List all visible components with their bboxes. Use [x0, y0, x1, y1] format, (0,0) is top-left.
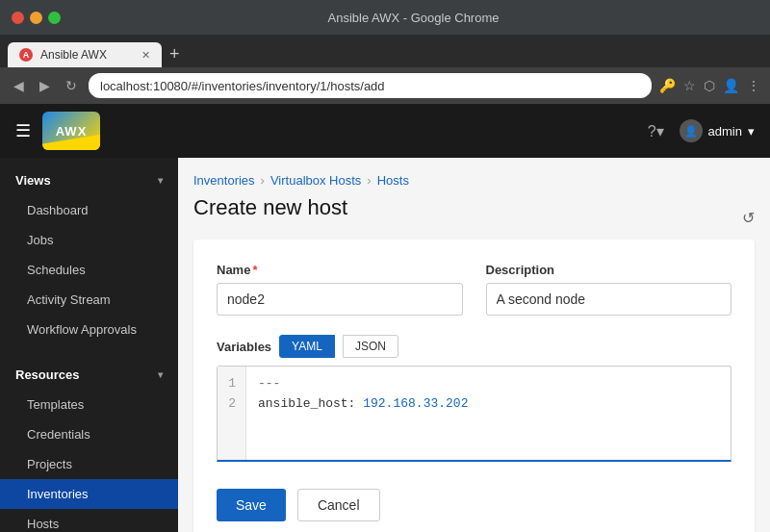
- logo-text: AWX: [56, 124, 88, 139]
- sidebar-item-label: Projects: [27, 457, 72, 471]
- user-avatar: 👤: [680, 119, 703, 142]
- forward-button[interactable]: ▶: [36, 74, 54, 97]
- key-icon: 🔑: [659, 78, 676, 93]
- breadcrumb-hosts[interactable]: Hosts: [377, 173, 409, 188]
- browser-chrome: Ansible AWX - Google Chrome: [0, 0, 770, 35]
- window-controls[interactable]: [12, 12, 61, 24]
- sidebar-item-workflow-approvals[interactable]: Workflow Approvals: [0, 315, 178, 344]
- content-area: Views ▾ Dashboard Jobs Schedules Activit…: [0, 158, 770, 532]
- sidebar-item-projects[interactable]: Projects: [0, 449, 178, 479]
- line-numbers: 1 2: [218, 367, 246, 460]
- back-button[interactable]: ◀: [10, 74, 28, 97]
- yaml-tab-button[interactable]: YAML: [279, 335, 335, 358]
- sidebar-item-hosts[interactable]: Hosts: [0, 509, 178, 532]
- username: admin: [708, 124, 742, 139]
- breadcrumb-sep-1: ›: [261, 173, 265, 188]
- description-input[interactable]: [486, 283, 732, 316]
- breadcrumb-inventories[interactable]: Inventories: [193, 173, 255, 188]
- form-card: Name* Description Variables YAML JSON: [193, 240, 755, 532]
- form-actions: Save Cancel: [217, 481, 732, 521]
- url-input[interactable]: [89, 73, 652, 98]
- variables-label: Variables: [217, 340, 271, 354]
- variables-header: Variables YAML JSON: [217, 335, 732, 358]
- sidebar: Views ▾ Dashboard Jobs Schedules Activit…: [0, 158, 178, 532]
- views-label: Views: [15, 173, 51, 188]
- extensions-icon[interactable]: ⬡: [704, 78, 715, 93]
- sidebar-views-header[interactable]: Views ▾: [0, 165, 178, 195]
- maximize-button[interactable]: [48, 12, 61, 24]
- sidebar-item-inventories[interactable]: Inventories: [0, 479, 178, 509]
- awx-logo[interactable]: AWX: [42, 112, 100, 150]
- resources-label: Resources: [15, 367, 79, 382]
- name-group: Name*: [217, 263, 463, 316]
- active-tab[interactable]: A Ansible AWX ✕: [8, 42, 162, 67]
- sidebar-item-label: Templates: [27, 397, 84, 412]
- sidebar-item-label: Workflow Approvals: [27, 322, 137, 337]
- tab-close-button[interactable]: ✕: [141, 49, 150, 62]
- user-menu[interactable]: 👤 admin ▾: [680, 119, 755, 142]
- tab-favicon: A: [19, 48, 33, 62]
- resources-chevron: ▾: [158, 369, 163, 380]
- tab-bar: A Ansible AWX ✕ +: [0, 35, 770, 67]
- sidebar-item-label: Activity Stream: [27, 292, 111, 307]
- views-chevron: ▾: [158, 175, 163, 186]
- main-panel: Inventories › Virtualbox Hosts › Hosts C…: [178, 158, 770, 532]
- user-caret: ▾: [748, 124, 755, 139]
- top-nav-right: ?▾ 👤 admin ▾: [648, 119, 755, 142]
- tab-label: Ansible AWX: [40, 48, 107, 62]
- refresh-button[interactable]: ↺: [742, 209, 755, 227]
- sidebar-section-resources: Resources ▾ Templates Credentials Projec…: [0, 352, 178, 532]
- required-indicator: *: [252, 263, 257, 277]
- name-description-row: Name* Description: [217, 263, 732, 316]
- sidebar-item-credentials[interactable]: Credentials: [0, 419, 178, 449]
- breadcrumb-virtualbox[interactable]: Virtualbox Hosts: [270, 173, 361, 188]
- code-content[interactable]: --- ansible_host: 192.168.33.202: [246, 367, 731, 460]
- sidebar-item-jobs[interactable]: Jobs: [0, 225, 178, 255]
- variables-section: Variables YAML JSON 1 2 --- ansible_host…: [217, 335, 732, 462]
- minimize-button[interactable]: [30, 12, 42, 24]
- description-group: Description: [486, 263, 732, 316]
- line-number-1: 1: [227, 374, 236, 394]
- sidebar-item-label: Inventories: [27, 487, 89, 501]
- sidebar-item-label: Hosts: [27, 517, 59, 531]
- sidebar-item-label: Dashboard: [27, 203, 89, 217]
- sidebar-section-views: Views ▾ Dashboard Jobs Schedules Activit…: [0, 158, 178, 352]
- description-label: Description: [486, 263, 732, 277]
- sidebar-item-label: Jobs: [27, 233, 53, 247]
- address-bar: ◀ ▶ ↻ 🔑 ☆ ⬡ 👤 ⋮: [0, 67, 770, 104]
- help-button[interactable]: ?▾: [648, 122, 664, 140]
- sidebar-resources-header[interactable]: Resources ▾: [0, 360, 178, 390]
- browser-title: Ansible AWX - Google Chrome: [68, 11, 758, 25]
- close-button[interactable]: [12, 12, 24, 24]
- breadcrumb-sep-2: ›: [367, 173, 371, 188]
- app-container: ☰ AWX ?▾ 👤 admin ▾ Views ▾ Dashboard: [0, 104, 770, 532]
- code-editor[interactable]: 1 2 --- ansible_host: 192.168.33.202: [217, 366, 732, 462]
- top-nav: ☰ AWX ?▾ 👤 admin ▾: [0, 104, 770, 158]
- json-tab-button[interactable]: JSON: [343, 335, 398, 358]
- sidebar-item-templates[interactable]: Templates: [0, 390, 178, 419]
- code-line-2: ansible_host: 192.168.33.202: [258, 394, 719, 415]
- sidebar-item-dashboard[interactable]: Dashboard: [0, 195, 178, 225]
- menu-icon[interactable]: ⋮: [747, 78, 760, 93]
- browser-icons: 🔑 ☆ ⬡ 👤 ⋮: [659, 78, 760, 93]
- sidebar-item-label: Schedules: [27, 263, 86, 277]
- hamburger-menu[interactable]: ☰: [15, 120, 31, 141]
- save-button[interactable]: Save: [217, 489, 286, 521]
- profile-icon[interactable]: 👤: [723, 78, 739, 93]
- line-number-2: 2: [227, 394, 236, 415]
- new-tab-button[interactable]: +: [162, 40, 188, 67]
- cancel-button[interactable]: Cancel: [297, 489, 380, 521]
- name-input[interactable]: [217, 283, 463, 316]
- star-icon[interactable]: ☆: [683, 78, 696, 93]
- code-line-1: ---: [258, 374, 719, 394]
- sidebar-item-label: Credentials: [27, 427, 90, 442]
- reload-button[interactable]: ↻: [62, 74, 81, 97]
- name-label: Name*: [217, 263, 463, 277]
- page-title: Create new host: [193, 195, 347, 220]
- sidebar-item-activity-stream[interactable]: Activity Stream: [0, 285, 178, 315]
- breadcrumb: Inventories › Virtualbox Hosts › Hosts: [193, 173, 755, 188]
- sidebar-item-schedules[interactable]: Schedules: [0, 255, 178, 285]
